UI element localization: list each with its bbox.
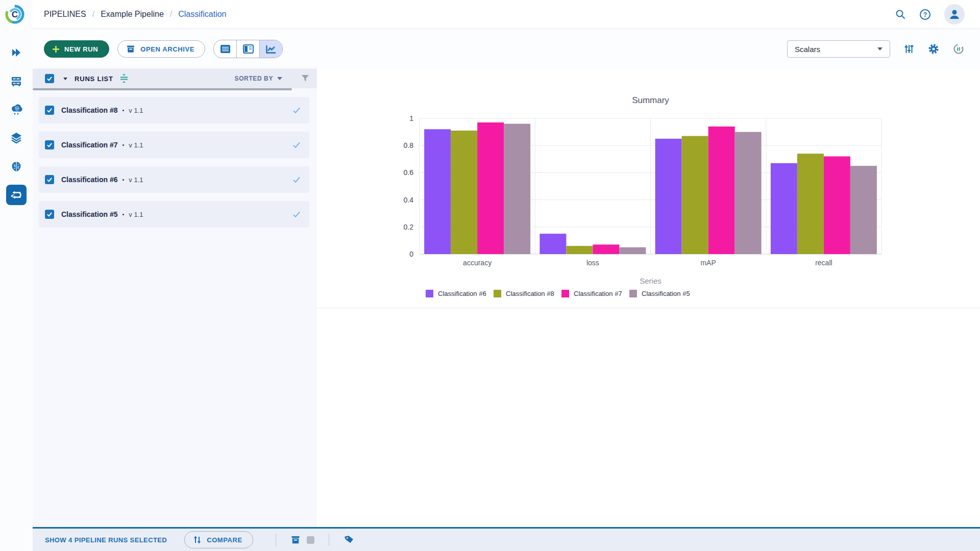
- run-row-classification-5[interactable]: Classification #5 • v 1.1: [39, 201, 309, 228]
- legend-item-classification-#8[interactable]: Classification #8: [494, 290, 554, 297]
- bar-recall-classification-#6[interactable]: [771, 163, 797, 254]
- bar-recall-classification-#5[interactable]: [850, 166, 877, 254]
- bullet-separator: •: [122, 177, 125, 183]
- run-row-classification-8[interactable]: Classification #8 • v 1.1: [39, 97, 309, 123]
- runs-list-panel: RUNS LIST SORTED BY: [33, 69, 317, 527]
- selection-count-text[interactable]: SHOW 4 PIPELINE RUNS SELECTED: [45, 536, 167, 544]
- completed-check-icon: [292, 175, 301, 184]
- svg-text:0.6: 0.6: [404, 168, 414, 177]
- bar-loss-classification-#7[interactable]: [593, 244, 619, 254]
- breadcrumb-pipelines[interactable]: PIPELINES: [44, 10, 86, 19]
- settings-button[interactable]: [928, 43, 939, 55]
- filter-button[interactable]: [301, 74, 310, 83]
- run-checkbox[interactable]: [45, 175, 54, 184]
- sidebar-item-projects[interactable]: [6, 71, 27, 91]
- chart-view-icon: [265, 44, 277, 54]
- sidebar-item-models[interactable]: [6, 157, 27, 177]
- run-name[interactable]: Classification #7: [61, 141, 118, 149]
- help-button[interactable]: ?: [919, 9, 931, 20]
- bar-accuracy-classification-#6[interactable]: [424, 129, 451, 254]
- run-checkbox[interactable]: [45, 210, 54, 219]
- help-icon: ?: [919, 9, 931, 20]
- run-version: v 1.1: [129, 141, 143, 149]
- clearml-logo[interactable]: C: [4, 3, 26, 26]
- layers-icon: [10, 132, 22, 144]
- check-icon: [46, 176, 53, 183]
- bar-loss-classification-#5[interactable]: [619, 247, 646, 254]
- bar-accuracy-classification-#8[interactable]: [451, 131, 477, 254]
- split-view-toggle[interactable]: [237, 40, 260, 58]
- check-icon: [46, 141, 53, 148]
- archive-icon: [126, 44, 135, 54]
- bar-loss-classification-#8[interactable]: [566, 246, 593, 254]
- scrollbar-thumb[interactable]: [33, 88, 292, 90]
- bullet-separator: •: [122, 107, 125, 113]
- sidebar-item-datasets[interactable]: [6, 128, 27, 148]
- search-button[interactable]: [895, 9, 906, 20]
- run-name[interactable]: Classification #5: [61, 210, 118, 218]
- bar-loss-classification-#6[interactable]: [540, 234, 566, 254]
- scalars-content-pane: 00.20.40.60.81accuracylossmAPrecallSumma…: [317, 69, 980, 527]
- plus-icon: [52, 45, 60, 53]
- metric-type-dropdown[interactable]: Scalars: [787, 40, 890, 58]
- svg-text:0.4: 0.4: [404, 196, 414, 204]
- clearml-logo-icon: C: [4, 3, 26, 26]
- svg-text:1: 1: [409, 114, 413, 122]
- svg-text:Classification #6: Classification #6: [438, 290, 486, 297]
- add-tag-button[interactable]: [344, 535, 355, 545]
- run-checkbox[interactable]: [45, 140, 54, 149]
- svg-text:accuracy: accuracy: [463, 259, 492, 267]
- auto-refresh-icon: [952, 43, 965, 55]
- compare-button[interactable]: COMPARE: [184, 531, 253, 548]
- legend-item-classification-#5[interactable]: Classification #5: [629, 290, 690, 297]
- run-name[interactable]: Classification #6: [61, 176, 118, 184]
- split-view-icon: [243, 44, 254, 54]
- bar-mAP-classification-#7[interactable]: [708, 127, 735, 254]
- tune-settings-button[interactable]: [903, 43, 915, 55]
- table-view-icon: [220, 44, 231, 54]
- sidebar-item-pipelines[interactable]: [6, 185, 27, 205]
- breadcrumb-project[interactable]: Example Pipeline: [101, 10, 164, 19]
- customize-columns-button[interactable]: [118, 73, 130, 84]
- breadcrumb-current-page: Classification: [178, 10, 226, 19]
- svg-text:Classification #5: Classification #5: [642, 290, 690, 297]
- sidebar-item-workers-queues[interactable]: [6, 99, 27, 119]
- pipeline-toolbar: NEW RUN OPEN ARCHIVE: [33, 29, 980, 69]
- archive-selected-button[interactable]: [290, 535, 301, 545]
- legend-item-classification-#6[interactable]: Classification #6: [426, 290, 486, 297]
- run-row-classification-7[interactable]: Classification #7 • v 1.1: [39, 132, 309, 158]
- run-checkbox[interactable]: [45, 106, 54, 115]
- runs-list-title: RUNS LIST: [75, 75, 113, 83]
- legend-item-classification-#7[interactable]: Classification #7: [561, 290, 622, 297]
- bar-mAP-classification-#8[interactable]: [682, 136, 708, 254]
- bar-accuracy-classification-#7[interactable]: [477, 122, 504, 254]
- view-toggle-group: [213, 40, 283, 58]
- open-archive-button[interactable]: OPEN ARCHIVE: [117, 40, 205, 58]
- table-view-toggle[interactable]: [214, 40, 237, 58]
- new-run-button[interactable]: NEW RUN: [44, 40, 109, 58]
- pipelines-icon: [10, 188, 23, 202]
- sorted-by-dropdown[interactable]: SORTED BY: [235, 75, 282, 82]
- bar-recall-classification-#7[interactable]: [824, 156, 850, 254]
- check-icon: [46, 75, 53, 82]
- open-archive-label: OPEN ARCHIVE: [140, 45, 194, 53]
- bar-mAP-classification-#6[interactable]: [655, 139, 682, 254]
- breadcrumb-separator: /: [92, 10, 94, 19]
- sidebar-item-dashboard[interactable]: [6, 42, 27, 63]
- select-all-checkbox[interactable]: [45, 74, 54, 83]
- sorted-by-label: SORTED BY: [235, 75, 273, 82]
- user-avatar[interactable]: [944, 4, 965, 24]
- breadcrumb-separator: /: [170, 10, 172, 19]
- bar-recall-classification-#8[interactable]: [797, 154, 824, 254]
- select-all-caret-icon[interactable]: [63, 78, 67, 80]
- bar-mAP-classification-#5[interactable]: [735, 132, 762, 254]
- new-run-label: NEW RUN: [64, 45, 98, 53]
- bar-accuracy-classification-#5[interactable]: [504, 124, 530, 254]
- run-row-classification-6[interactable]: Classification #6 • v 1.1: [39, 166, 309, 193]
- svg-text:Classification #7: Classification #7: [574, 290, 622, 297]
- auto-refresh-button[interactable]: [952, 43, 965, 55]
- run-name[interactable]: Classification #8: [61, 106, 118, 114]
- svg-text:0: 0: [409, 250, 413, 258]
- chart-view-toggle[interactable]: [260, 40, 282, 58]
- run-version: v 1.1: [129, 107, 143, 114]
